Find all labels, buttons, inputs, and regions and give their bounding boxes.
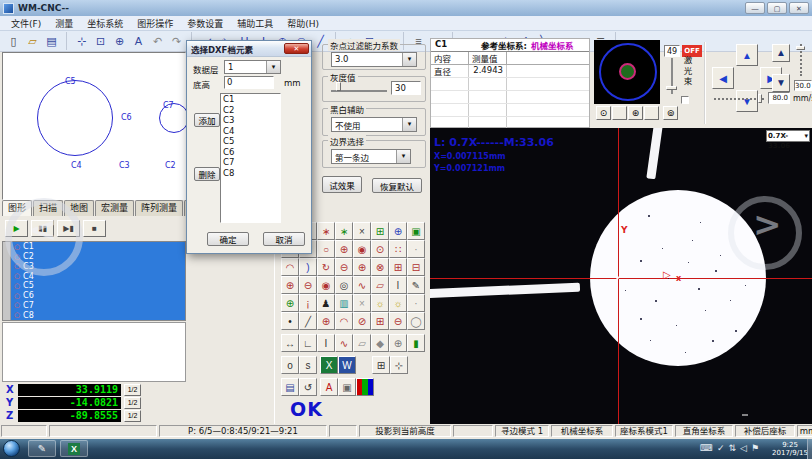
redo-icon[interactable]: ↷ (167, 32, 186, 50)
chevron-down-icon[interactable]: ▾ (396, 150, 410, 163)
xy-speed-slider[interactable] (714, 98, 764, 100)
measure-tool-icon[interactable]: ) (299, 258, 317, 276)
measure-tool-icon[interactable] (356, 378, 374, 396)
list-item[interactable]: ○C4 (3, 271, 185, 281)
measure-tool-icon[interactable]: × (353, 294, 371, 312)
dxf-list-item[interactable]: C2 (221, 105, 280, 116)
list-item[interactable]: ○C3 (3, 262, 185, 272)
excel-app-icon[interactable]: X (60, 440, 88, 457)
menu-item[interactable]: 图形操作 (130, 17, 180, 30)
measure-tool-icon[interactable]: ▱ (353, 334, 371, 352)
auto-select-icon[interactable]: A (129, 32, 148, 50)
start-button[interactable] (3, 440, 20, 457)
half-toggle-button[interactable]: 1/2 (124, 410, 141, 422)
network-tray-icon[interactable]: ⇅ (729, 441, 737, 456)
measure-tool-icon[interactable]: ∟ (299, 334, 317, 352)
tab-地图[interactable]: 地图 (64, 200, 94, 216)
measure-tool-icon[interactable]: ⊞ (389, 258, 407, 276)
taskbar-clock[interactable]: 9:25 2017/9/15 (770, 441, 810, 457)
zoom-window-icon[interactable]: ⊡ (91, 32, 110, 50)
pause-button[interactable]: ▮▮ (31, 220, 54, 237)
z-speed-thumb[interactable] (796, 46, 805, 50)
measure-tool-icon[interactable]: ⊗ (371, 258, 389, 276)
keyboard-tray-icon[interactable]: ⌨ (700, 441, 713, 456)
jog-up-button[interactable]: ▲ (736, 44, 758, 66)
measure-tool-icon[interactable]: ↔ (281, 334, 299, 352)
play-button[interactable]: ▶ (5, 220, 28, 237)
measure-tool-icon[interactable]: ♟ (317, 294, 335, 312)
dxf-list-item[interactable]: C6 (221, 147, 280, 158)
measure-tool-icon[interactable]: ▱ (371, 276, 389, 294)
try-effect-button[interactable]: 试效果 (322, 176, 362, 193)
measure-tool-icon[interactable]: ▣ (338, 378, 356, 396)
dialog-close-button[interactable]: ✕ (284, 43, 309, 54)
noise-filter-select[interactable]: 3.0 ▾ (331, 52, 417, 67)
measure-tool-icon[interactable]: ⊟ (407, 258, 425, 276)
menu-item[interactable]: 坐标系统 (80, 17, 130, 30)
list-item[interactable]: ○C1 (3, 242, 185, 252)
dxf-list-item[interactable]: C3 (221, 115, 280, 126)
layer-select[interactable]: 1 ▾ (224, 60, 281, 74)
minimize-button[interactable]: — (745, 2, 765, 14)
dxf-list-item[interactable]: C4 (221, 126, 280, 137)
list-item[interactable]: ○C8 (3, 310, 185, 320)
confirm-button[interactable]: 确定 (207, 232, 249, 246)
list-item[interactable]: ○C2 (3, 252, 185, 262)
camera-view[interactable]: L: 0.7X------M:33.06 X=0.007115mm Y=0.00… (430, 128, 812, 424)
measure-tool-icon[interactable]: ╱ (299, 312, 317, 330)
maximize-button[interactable]: ▢ (767, 2, 787, 14)
light-intensity-field[interactable]: 49 (664, 45, 680, 57)
menu-item[interactable]: 文件(F) (4, 17, 48, 30)
measure-tool-icon[interactable]: × (353, 222, 371, 240)
measure-tool-icon[interactable]: s (299, 356, 317, 374)
cancel-button[interactable]: 取消 (263, 232, 305, 246)
xy-speed-field[interactable]: 80.0 (768, 92, 790, 104)
jog-z-up-button[interactable]: ▲ (772, 44, 790, 62)
menu-item[interactable]: 帮助(H) (280, 17, 326, 30)
z-speed-field[interactable]: 30.0 (794, 80, 812, 91)
laser-slider-thumb[interactable] (666, 86, 677, 90)
measure-tool-icon[interactable]: ◉ (353, 240, 371, 258)
measure-tool-icon[interactable]: • (281, 312, 299, 330)
measure-tool-icon[interactable]: ⊹ (390, 356, 408, 374)
measure-tool-icon[interactable]: ⊙ (371, 240, 389, 258)
measure-tool-icon[interactable]: A (320, 378, 338, 396)
tab-阵列测量[interactable]: 阵列测量 (135, 200, 183, 216)
list-item[interactable]: ○C6 (3, 291, 185, 301)
dxf-list-item[interactable]: C1 (221, 94, 280, 105)
measure-tool-icon[interactable]: ◠ (335, 312, 353, 330)
measure-tool-icon[interactable]: ⊘ (353, 312, 371, 330)
restore-default-button[interactable]: 恢复默认 (372, 178, 422, 193)
dxf-list-item[interactable]: C7 (221, 157, 280, 168)
measure-tool-icon[interactable]: ⊖ (389, 312, 407, 330)
menu-item[interactable]: 参数设置 (180, 17, 230, 30)
zoom-select[interactable]: 0.7X-33.06 ▾ (766, 130, 810, 142)
menu-item[interactable]: 辅助工具 (230, 17, 280, 30)
half-toggle-button[interactable]: 1/2 (124, 397, 141, 409)
measure-tool-icon[interactable]: ⊕ (317, 312, 335, 330)
measure-tool-icon[interactable]: ¡ (299, 294, 317, 312)
show-desktop-button[interactable] (807, 439, 812, 459)
measure-tool-icon[interactable]: o (281, 356, 299, 374)
measure-tool-icon[interactable]: ⊖ (299, 276, 317, 294)
edge-select-select[interactable]: 第一条边 ▾ (331, 149, 411, 164)
measure-tool-icon[interactable]: W (338, 356, 356, 374)
delete-button[interactable]: 删除 (194, 167, 220, 181)
measure-tool-icon[interactable]: ⊖ (335, 258, 353, 276)
measure-tool-icon[interactable]: ↺ (299, 378, 317, 396)
measure-tool-icon[interactable]: ⊕ (335, 240, 353, 258)
action-flag-tray-icon[interactable]: ⚑ (751, 441, 759, 456)
jog-down-button[interactable]: ▼ (736, 90, 758, 112)
blank[interactable] (644, 106, 659, 120)
measure-tool-icon[interactable]: ▮ (407, 334, 425, 352)
measure-tool-icon[interactable]: ⊞ (372, 356, 390, 374)
list-item[interactable]: ○C5 (3, 281, 185, 291)
measure-tool-icon[interactable]: ◎ (335, 276, 353, 294)
chevron-down-icon[interactable]: ▾ (402, 118, 416, 131)
measure-tool-icon[interactable]: ▣ (407, 222, 425, 240)
measure-tool-icon[interactable]: ∗ (317, 222, 335, 240)
measure-tool-icon[interactable]: ↻ (317, 258, 335, 276)
measure-tool-icon[interactable]: ⊕ (281, 276, 299, 294)
menu-item[interactable]: 测量 (48, 17, 80, 30)
measure-tool-icon[interactable]: ◉ (317, 276, 335, 294)
